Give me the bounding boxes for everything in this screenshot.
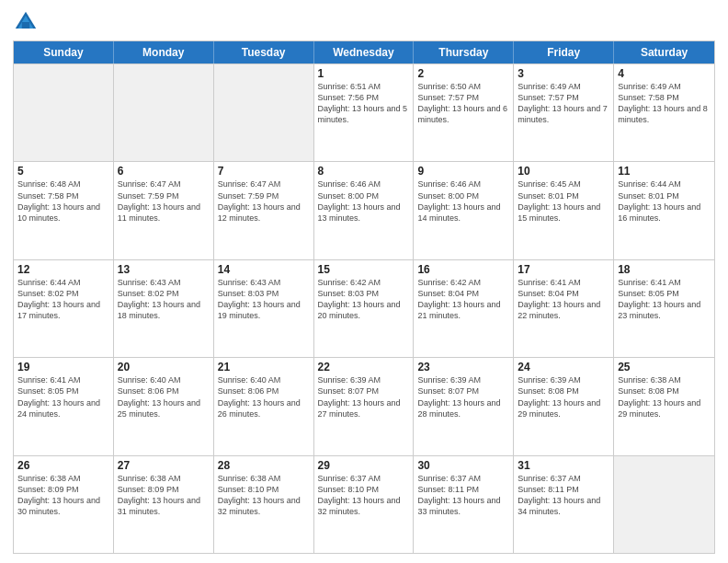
day-number: 11 (618, 165, 711, 178)
cal-cell-17: 17Sunrise: 6:41 AM Sunset: 8:04 PM Dayli… (514, 260, 614, 357)
header (13, 9, 715, 35)
day-number: 26 (17, 459, 109, 472)
day-number: 17 (518, 263, 609, 276)
day-info: Sunrise: 6:38 AM Sunset: 8:08 PM Dayligh… (618, 374, 711, 419)
day-info: Sunrise: 6:41 AM Sunset: 8:05 PM Dayligh… (17, 374, 109, 419)
day-info: Sunrise: 6:48 AM Sunset: 7:58 PM Dayligh… (17, 178, 109, 224)
cal-cell-8: 8Sunrise: 6:46 AM Sunset: 8:00 PM Daylig… (314, 162, 415, 259)
day-number: 4 (618, 67, 711, 80)
cal-cell-29: 29Sunrise: 6:37 AM Sunset: 8:10 PM Dayli… (314, 456, 415, 553)
logo-icon (13, 9, 39, 35)
cal-cell-empty-0-2 (214, 64, 314, 161)
day-info: Sunrise: 6:44 AM Sunset: 8:01 PM Dayligh… (618, 178, 711, 224)
cal-cell-22: 22Sunrise: 6:39 AM Sunset: 8:07 PM Dayli… (314, 358, 415, 454)
day-number: 13 (118, 263, 210, 276)
day-number: 8 (318, 165, 410, 178)
day-info: Sunrise: 6:45 AM Sunset: 8:01 PM Dayligh… (518, 178, 609, 224)
day-info: Sunrise: 6:37 AM Sunset: 8:11 PM Dayligh… (417, 473, 509, 518)
day-info: Sunrise: 6:40 AM Sunset: 8:06 PM Dayligh… (218, 374, 310, 419)
day-info: Sunrise: 6:43 AM Sunset: 8:03 PM Dayligh… (218, 277, 310, 322)
calendar: SundayMondayTuesdayWednesdayThursdayFrid… (13, 40, 715, 554)
weekday-header-wednesday: Wednesday (314, 41, 415, 63)
weekday-header-saturday: Saturday (614, 41, 714, 63)
day-info: Sunrise: 6:42 AM Sunset: 8:04 PM Dayligh… (417, 277, 509, 322)
day-info: Sunrise: 6:38 AM Sunset: 8:10 PM Dayligh… (218, 473, 310, 518)
day-number: 31 (518, 459, 609, 472)
cal-cell-21: 21Sunrise: 6:40 AM Sunset: 8:06 PM Dayli… (214, 358, 314, 454)
cal-cell-18: 18Sunrise: 6:41 AM Sunset: 8:05 PM Dayli… (614, 260, 714, 357)
day-number: 24 (518, 361, 609, 373)
calendar-header: SundayMondayTuesdayWednesdayThursdayFrid… (14, 41, 714, 63)
day-number: 15 (318, 263, 410, 276)
day-number: 23 (417, 361, 509, 373)
cal-cell-23: 23Sunrise: 6:39 AM Sunset: 8:07 PM Dayli… (414, 358, 514, 454)
day-info: Sunrise: 6:41 AM Sunset: 8:04 PM Dayligh… (518, 277, 609, 322)
cal-row-4: 26Sunrise: 6:38 AM Sunset: 8:09 PM Dayli… (14, 455, 714, 553)
day-info: Sunrise: 6:42 AM Sunset: 8:03 PM Dayligh… (318, 277, 410, 322)
day-number: 20 (118, 361, 210, 373)
cal-cell-30: 30Sunrise: 6:37 AM Sunset: 8:11 PM Dayli… (414, 456, 514, 553)
day-info: Sunrise: 6:51 AM Sunset: 7:56 PM Dayligh… (318, 81, 410, 126)
cal-cell-12: 12Sunrise: 6:44 AM Sunset: 8:02 PM Dayli… (14, 260, 114, 357)
day-number: 30 (417, 459, 509, 472)
day-info: Sunrise: 6:37 AM Sunset: 8:10 PM Dayligh… (318, 473, 410, 518)
day-number: 28 (218, 459, 310, 472)
cal-row-3: 19Sunrise: 6:41 AM Sunset: 8:05 PM Dayli… (14, 357, 714, 454)
logo (13, 9, 42, 35)
page: SundayMondayTuesdayWednesdayThursdayFrid… (0, 0, 728, 563)
cal-cell-3: 3Sunrise: 6:49 AM Sunset: 7:57 PM Daylig… (514, 64, 614, 161)
day-info: Sunrise: 6:47 AM Sunset: 7:59 PM Dayligh… (218, 178, 310, 224)
day-number: 12 (17, 263, 109, 276)
day-info: Sunrise: 6:39 AM Sunset: 8:08 PM Dayligh… (518, 374, 609, 419)
day-number: 14 (218, 263, 310, 276)
day-number: 27 (118, 459, 210, 472)
day-number: 6 (118, 165, 210, 178)
weekday-header-tuesday: Tuesday (214, 41, 314, 63)
day-number: 16 (417, 263, 509, 276)
cal-cell-1: 1Sunrise: 6:51 AM Sunset: 7:56 PM Daylig… (314, 64, 415, 161)
day-info: Sunrise: 6:44 AM Sunset: 8:02 PM Dayligh… (17, 277, 109, 322)
day-info: Sunrise: 6:38 AM Sunset: 8:09 PM Dayligh… (118, 473, 210, 518)
cal-cell-25: 25Sunrise: 6:38 AM Sunset: 8:08 PM Dayli… (614, 358, 714, 454)
weekday-header-sunday: Sunday (14, 41, 114, 63)
calendar-body: 1Sunrise: 6:51 AM Sunset: 7:56 PM Daylig… (14, 63, 714, 553)
day-number: 22 (318, 361, 410, 373)
day-number: 25 (618, 361, 711, 373)
day-info: Sunrise: 6:46 AM Sunset: 8:00 PM Dayligh… (417, 178, 509, 224)
day-info: Sunrise: 6:39 AM Sunset: 8:07 PM Dayligh… (318, 374, 410, 419)
cal-row-1: 5Sunrise: 6:48 AM Sunset: 7:58 PM Daylig… (14, 161, 714, 259)
cal-cell-7: 7Sunrise: 6:47 AM Sunset: 7:59 PM Daylig… (214, 162, 314, 259)
day-number: 21 (218, 361, 310, 373)
day-number: 3 (518, 67, 609, 80)
day-info: Sunrise: 6:47 AM Sunset: 7:59 PM Dayligh… (118, 178, 210, 224)
day-number: 29 (318, 459, 410, 472)
day-number: 5 (17, 165, 109, 178)
cal-cell-28: 28Sunrise: 6:38 AM Sunset: 8:10 PM Dayli… (214, 456, 314, 553)
cal-cell-6: 6Sunrise: 6:47 AM Sunset: 7:59 PM Daylig… (114, 162, 214, 259)
cal-cell-15: 15Sunrise: 6:42 AM Sunset: 8:03 PM Dayli… (314, 260, 415, 357)
day-number: 10 (518, 165, 609, 178)
cal-cell-empty-0-1 (114, 64, 214, 161)
day-number: 19 (17, 361, 109, 373)
day-info: Sunrise: 6:40 AM Sunset: 8:06 PM Dayligh… (118, 374, 210, 419)
day-info: Sunrise: 6:41 AM Sunset: 8:05 PM Dayligh… (618, 277, 711, 322)
cal-cell-27: 27Sunrise: 6:38 AM Sunset: 8:09 PM Dayli… (114, 456, 214, 553)
day-info: Sunrise: 6:49 AM Sunset: 7:58 PM Dayligh… (618, 81, 711, 126)
cal-cell-9: 9Sunrise: 6:46 AM Sunset: 8:00 PM Daylig… (414, 162, 514, 259)
cal-cell-26: 26Sunrise: 6:38 AM Sunset: 8:09 PM Dayli… (14, 456, 114, 553)
cal-cell-16: 16Sunrise: 6:42 AM Sunset: 8:04 PM Dayli… (414, 260, 514, 357)
cal-cell-31: 31Sunrise: 6:37 AM Sunset: 8:11 PM Dayli… (514, 456, 614, 553)
day-info: Sunrise: 6:38 AM Sunset: 8:09 PM Dayligh… (17, 473, 109, 518)
cal-cell-11: 11Sunrise: 6:44 AM Sunset: 8:01 PM Dayli… (614, 162, 714, 259)
day-info: Sunrise: 6:50 AM Sunset: 7:57 PM Dayligh… (417, 81, 509, 126)
weekday-header-thursday: Thursday (414, 41, 514, 63)
day-number: 2 (417, 67, 509, 80)
cal-cell-24: 24Sunrise: 6:39 AM Sunset: 8:08 PM Dayli… (514, 358, 614, 454)
cal-cell-10: 10Sunrise: 6:45 AM Sunset: 8:01 PM Dayli… (514, 162, 614, 259)
day-number: 7 (218, 165, 310, 178)
cal-cell-5: 5Sunrise: 6:48 AM Sunset: 7:58 PM Daylig… (14, 162, 114, 259)
day-info: Sunrise: 6:49 AM Sunset: 7:57 PM Dayligh… (518, 81, 609, 126)
cal-cell-empty-4-6 (614, 456, 714, 553)
cal-cell-20: 20Sunrise: 6:40 AM Sunset: 8:06 PM Dayli… (114, 358, 214, 454)
day-number: 1 (318, 67, 410, 80)
